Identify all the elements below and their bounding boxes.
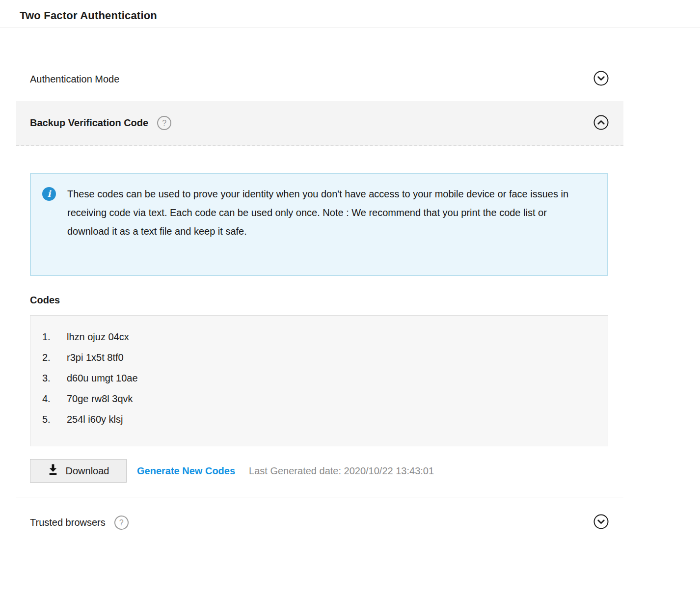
section-trusted-browsers[interactable]: Trusted browsers ? (16, 508, 623, 537)
download-button-label: Download (66, 465, 109, 477)
help-icon[interactable]: ? (157, 116, 171, 130)
info-icon: i (42, 187, 56, 201)
section-backup-verification-code[interactable]: Backup Verification Code ? (16, 101, 623, 146)
section-authentication-mode[interactable]: Authentication Mode (16, 65, 623, 93)
download-button[interactable]: Download (30, 459, 127, 483)
trusted-browsers-expand-button[interactable] (593, 514, 609, 531)
backup-codes-info-text: These codes can be used to prove your id… (67, 185, 578, 241)
backup-code-row: 5. 254l i60y klsj (42, 409, 608, 430)
backup-codes-list: 1. lhzn ojuz 04cx 2. r3pi 1x5t 8tf0 3. d… (30, 315, 608, 446)
backup-codes-info-callout: i These codes can be used to prove your … (30, 173, 608, 276)
backup-code-value: 70ge rw8l 3qvk (67, 388, 133, 409)
page-header: Two Factor Authentication (0, 0, 700, 28)
trusted-browsers-label: Trusted browsers (30, 517, 106, 528)
backup-code-value: lhzn ojuz 04cx (67, 326, 129, 347)
page-title: Two Factor Authentication (20, 9, 700, 22)
backup-code-row: 2. r3pi 1x5t 8tf0 (42, 347, 608, 368)
backup-code-row: 4. 70ge rw8l 3qvk (42, 388, 608, 409)
backup-verification-collapse-button[interactable] (593, 115, 609, 132)
codes-heading: Codes (30, 295, 623, 306)
generate-new-codes-link[interactable]: Generate New Codes (137, 465, 235, 477)
help-icon[interactable]: ? (114, 516, 129, 530)
codes-actions-row: Download Generate New Codes Last Generat… (30, 459, 623, 483)
backup-code-index: 1. (42, 326, 67, 347)
authentication-mode-expand-button[interactable] (593, 71, 609, 87)
chevron-up-icon (593, 115, 609, 132)
backup-code-value: d60u umgt 10ae (67, 368, 138, 388)
backup-code-index: 3. (42, 368, 67, 388)
backup-code-index: 4. (42, 388, 67, 409)
section-divider (16, 497, 623, 497)
chevron-down-icon (593, 71, 609, 87)
last-generated-date-text: Last Generated date: 2020/10/22 13:43:01 (249, 465, 434, 477)
backup-verification-code-label: Backup Verification Code (30, 117, 148, 129)
chevron-down-icon (593, 514, 609, 531)
backup-code-row: 1. lhzn ojuz 04cx (42, 326, 608, 347)
backup-code-value: 254l i60y klsj (67, 409, 123, 430)
backup-code-row: 3. d60u umgt 10ae (42, 368, 608, 388)
settings-panel: Authentication Mode Backup Verification … (16, 65, 623, 537)
backup-code-index: 5. (42, 409, 67, 430)
backup-code-index: 2. (42, 347, 67, 368)
download-icon (48, 463, 58, 478)
authentication-mode-label: Authentication Mode (30, 74, 119, 85)
backup-code-value: r3pi 1x5t 8tf0 (67, 347, 124, 368)
